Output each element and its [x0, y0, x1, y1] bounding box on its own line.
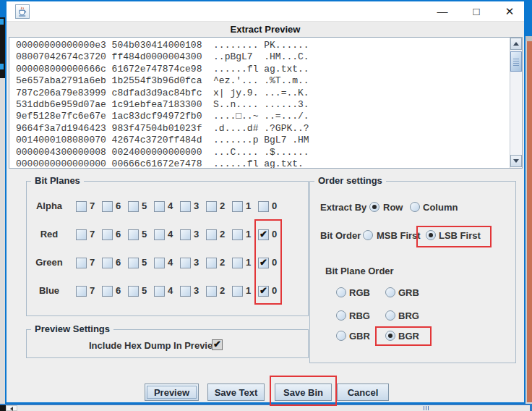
background-hscrollbar[interactable]	[0, 404, 532, 411]
checkbox-alpha-bit3[interactable]	[180, 201, 191, 212]
hex-line-5: 531ddb6e959d07ae 1c91ebfea7183300 S..n..…	[16, 99, 510, 111]
radio-gbr[interactable]	[336, 331, 346, 341]
background-left-glyph	[0, 19, 4, 25]
bit-number-label: 1	[246, 229, 251, 240]
checkbox-blue-bit4[interactable]	[154, 286, 165, 297]
bit-number-label: 1	[246, 285, 251, 297]
checkbox-alpha-bit1[interactable]	[232, 201, 243, 212]
bitplane-row-label-red: Red	[29, 229, 69, 240]
bit-number-label: 5	[142, 200, 147, 212]
checkbox-green-bit2[interactable]	[206, 258, 217, 268]
radio-grb-label[interactable]: GRB	[398, 287, 419, 298]
checkbox-green-bit6[interactable]	[102, 258, 113, 268]
checkbox-green-bit7[interactable]	[76, 258, 87, 268]
maximize-button[interactable]: □	[468, 5, 484, 18]
preview-settings-group: Preview Settings Include Hex Dump In Pre…	[26, 329, 309, 358]
checkbox-green-bit5[interactable]	[128, 258, 139, 268]
bit-number-label: 7	[90, 285, 95, 297]
include-hex-dump-checkbox[interactable]	[212, 339, 223, 350]
annotation-rect-bit0-column	[254, 219, 282, 305]
radio-rbg[interactable]	[336, 310, 346, 321]
bit-number-label: 7	[90, 257, 95, 268]
hscroll-left-button[interactable]	[6, 405, 17, 411]
hex-line-6: 9ef5128e7fc6e67e 1ac83dcf94972fb0 ....□.…	[16, 111, 510, 122]
background-orange-strip	[527, 41, 532, 402]
minimize-button[interactable]: —	[434, 5, 450, 18]
radio-grb[interactable]	[385, 287, 395, 297]
radio-rgb-label[interactable]: RGB	[349, 287, 370, 298]
screenshot-root: — □ ✕ Extract Preview 00000000000000e3 5…	[0, 0, 532, 411]
checkbox-blue-bit1[interactable]	[232, 286, 243, 297]
hex-line-8: 0014000108080070 42674c3720ff484d ......…	[16, 135, 510, 146]
preview-button[interactable]: Preview	[145, 384, 199, 401]
vertical-scrollbar[interactable]	[510, 38, 522, 168]
bit-number-label: 5	[142, 229, 147, 240]
radio-msb-first-label[interactable]: MSB First	[377, 230, 421, 241]
radio-gbr-label[interactable]: GBR	[349, 331, 370, 342]
radio-msb-first[interactable]	[363, 230, 373, 240]
checkbox-green-bit3[interactable]	[180, 258, 191, 268]
bit-number-label: 2	[220, 285, 225, 297]
bit-number-label: 1	[246, 257, 251, 268]
checkbox-alpha-bit2[interactable]	[206, 201, 217, 212]
scroll-up-button[interactable]	[510, 38, 522, 50]
radio-extract-by-column[interactable]	[410, 202, 420, 212]
bit-number-label: 6	[116, 285, 121, 297]
order-settings-group-title: Order settings	[314, 175, 386, 187]
hex-line-9: 0000004300000008 0024000000000000 ...C..…	[16, 147, 510, 158]
bit-number-label: 3	[194, 200, 199, 212]
bit-number-label: 5	[142, 285, 147, 297]
checkbox-green-bit4[interactable]	[154, 258, 165, 268]
save-text-button[interactable]: Save Text	[207, 384, 265, 401]
checkbox-alpha-bit4[interactable]	[154, 201, 165, 212]
annotation-rect-save-bin	[270, 376, 337, 406]
checkbox-red-bit1[interactable]	[232, 229, 243, 240]
include-hex-dump-label[interactable]: Include Hex Dump In Preview	[89, 340, 220, 351]
arrow-left-icon	[10, 407, 13, 411]
titlebar: — □ ✕	[7, 1, 524, 22]
bitplane-row-label-green: Green	[29, 257, 69, 268]
checkbox-alpha-bit0[interactable]	[258, 201, 269, 212]
bit-number-label: 4	[168, 200, 173, 212]
checkbox-green-bit1[interactable]	[232, 258, 243, 268]
hex-preview-area[interactable]: 00000000000000e3 504b030414000108 ......…	[9, 37, 523, 169]
checkbox-red-bit4[interactable]	[154, 229, 165, 240]
radio-brg[interactable]	[385, 310, 395, 321]
checkbox-blue-bit7[interactable]	[76, 286, 87, 297]
bit-number-label: 2	[220, 257, 225, 268]
checkbox-blue-bit5[interactable]	[128, 286, 139, 297]
checkbox-alpha-bit7[interactable]	[76, 201, 87, 212]
radio-extract-by-column-label[interactable]: Column	[423, 202, 458, 213]
bit-number-label: 4	[168, 229, 173, 240]
cancel-button[interactable]: Cancel	[337, 384, 389, 401]
bit-planes-group-title: Bit Planes	[31, 175, 84, 187]
hex-line-10: 0000000000000000 00666c61672e7478 ......…	[16, 158, 510, 168]
bit-number-label: 6	[116, 257, 121, 268]
radio-extract-by-row-label[interactable]: Row	[383, 202, 403, 213]
close-button[interactable]: ✕	[502, 5, 518, 18]
radio-extract-by-row[interactable]	[369, 202, 379, 212]
checkbox-blue-bit6[interactable]	[102, 286, 113, 297]
radio-rgb[interactable]	[336, 287, 346, 297]
scroll-down-button[interactable]	[510, 155, 522, 167]
checkbox-alpha-bit5[interactable]	[128, 201, 139, 212]
checkbox-red-bit6[interactable]	[102, 229, 113, 240]
scrollbar-thumb[interactable]	[510, 51, 522, 72]
hex-line-3: 5e657aba2791a6eb 1b2554f3b96d0fca ^ez.'.…	[16, 75, 510, 87]
background-bottom-dark	[0, 405, 6, 411]
checkbox-red-bit3[interactable]	[180, 229, 191, 240]
hex-line-7: 9664f3a7d1946423 983f47504b01023f .d....…	[16, 123, 510, 135]
hscroll-grip[interactable]	[424, 406, 429, 410]
checkbox-red-bit2[interactable]	[206, 229, 217, 240]
checkbox-alpha-bit6[interactable]	[102, 201, 113, 212]
hex-line-0: 00000000000000e3 504b030414000108 ......…	[16, 40, 510, 51]
checkbox-red-bit5[interactable]	[128, 229, 139, 240]
java-coffee-icon[interactable]	[15, 4, 30, 19]
radio-brg-label[interactable]: BRG	[398, 310, 419, 321]
bit-number-label: 3	[194, 285, 199, 297]
checkbox-red-bit7[interactable]	[76, 229, 87, 240]
hex-line-4: 787c206a79e83999 c8dfad3d9ac84bfc x| jy.…	[16, 88, 510, 99]
radio-rbg-label[interactable]: RBG	[349, 310, 370, 321]
checkbox-blue-bit2[interactable]	[206, 286, 217, 297]
checkbox-blue-bit3[interactable]	[180, 286, 191, 297]
